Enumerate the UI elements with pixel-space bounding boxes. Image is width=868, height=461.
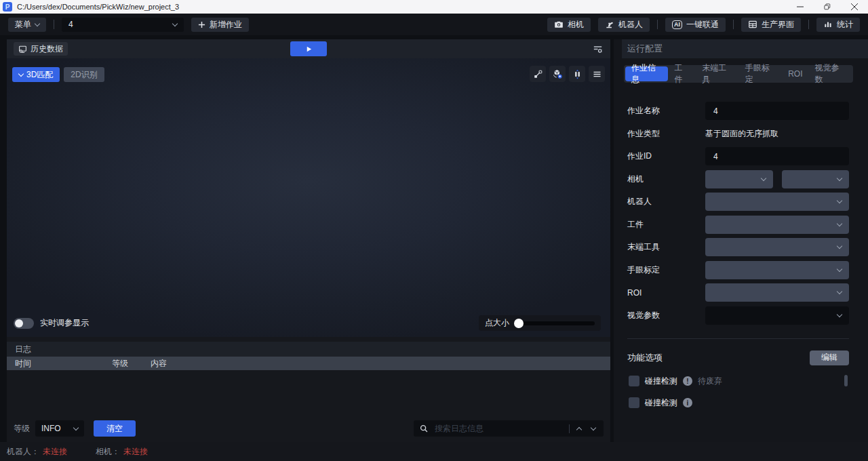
chevron-down-icon	[837, 311, 842, 317]
form-row-job-type: 作业类型 基于圆面的无序抓取	[627, 125, 849, 143]
job-select[interactable]: 4	[62, 18, 184, 32]
fit-view-button[interactable]	[569, 66, 585, 82]
point-cloud-viewport[interactable]: 3D匹配 2D识别	[7, 58, 610, 337]
window-controls	[787, 0, 868, 14]
log-level-label: 等级	[14, 423, 30, 435]
one-key-connect-button[interactable]: AI 一键联通	[665, 18, 726, 32]
run-config-title: 运行配置	[622, 39, 868, 58]
chevron-down-icon	[760, 175, 766, 180]
collision-detect-checkbox-2[interactable]	[629, 397, 639, 408]
robot-select[interactable]	[705, 193, 849, 211]
chevron-up-icon	[576, 426, 582, 432]
search-icon	[419, 424, 429, 433]
add-job-button[interactable]: 新增作业	[191, 18, 249, 32]
job-select-value: 4	[68, 20, 73, 29]
job-id-label: 作业ID	[627, 151, 705, 162]
vision-params-select[interactable]	[705, 306, 849, 325]
deprecated-note: 待废弃	[698, 376, 722, 387]
log-panel: 日志 时间 等级 内容 等级 INFO 清空	[7, 337, 610, 442]
chevron-down-icon	[172, 20, 178, 26]
robot-status-label: 机器人：	[7, 446, 39, 458]
tab-workpiece[interactable]: 工件	[668, 66, 696, 81]
viewport-toolbar	[530, 66, 605, 82]
log-level-select[interactable]: INFO	[35, 420, 84, 437]
status-bar: 机器人： 未连接 相机： 未连接	[0, 442, 868, 461]
workpiece-select[interactable]	[705, 216, 849, 234]
job-name-input[interactable]	[705, 102, 849, 120]
display-settings-button[interactable]	[592, 43, 604, 55]
collision-detect-label-2: 碰撞检测	[645, 397, 677, 409]
minimize-icon	[797, 3, 804, 10]
tab-2d-detect[interactable]: 2D识别	[64, 67, 104, 82]
robot-button-label: 机器人	[618, 19, 643, 31]
camera-status: 相机： 未连接	[96, 446, 148, 458]
end-tool-select[interactable]	[705, 238, 849, 256]
tab-hand-eye[interactable]: 手眼标定	[739, 66, 782, 81]
job-id-input[interactable]	[705, 147, 849, 165]
run-button[interactable]	[290, 41, 327, 56]
app-logo-letter: P	[5, 3, 10, 11]
production-view-label: 生产界面	[762, 19, 794, 31]
roi-select[interactable]	[705, 283, 849, 302]
tab-roi[interactable]: ROI	[782, 66, 808, 81]
log-footer: 等级 INFO 清空	[7, 415, 610, 442]
restore-button[interactable]	[814, 0, 841, 14]
robot-arm-icon	[605, 20, 614, 29]
toolbar-separator	[657, 20, 658, 29]
search-prev-button[interactable]	[574, 426, 584, 432]
search-separator	[569, 424, 570, 433]
log-level-value: INFO	[41, 424, 61, 433]
log-title: 日志	[7, 342, 610, 357]
form-row-job-name: 作业名称	[627, 102, 849, 120]
stats-button[interactable]: 统计	[816, 18, 860, 32]
job-type-value: 基于圆面的无序抓取	[705, 128, 778, 140]
viewer-header: 历史数据	[7, 39, 610, 58]
production-view-button[interactable]: 生产界面	[741, 18, 801, 32]
toolbar-separator	[54, 20, 54, 29]
tab-job-info[interactable]: 作业信息	[625, 66, 668, 81]
realtime-toggle[interactable]	[14, 318, 34, 329]
log-rows-area[interactable]	[7, 370, 610, 415]
feature-row-collision-2: 碰撞检测 i	[627, 397, 849, 409]
end-tool-label: 末端工具	[627, 241, 705, 253]
section-divider	[627, 338, 849, 339]
viewport-menu-button[interactable]	[589, 66, 605, 82]
menu-button[interactable]: 菜单	[8, 18, 46, 32]
measure-tool-button[interactable]	[530, 66, 546, 82]
minimize-button[interactable]	[787, 0, 814, 14]
point-size-slider[interactable]	[515, 321, 595, 325]
hand-eye-label: 手眼标定	[627, 264, 705, 276]
panel-scrollbar-thumb[interactable]	[844, 375, 848, 386]
log-search-input[interactable]	[433, 423, 564, 434]
slider-knob[interactable]	[514, 319, 524, 328]
tab-end-tool[interactable]: 末端工具	[696, 66, 738, 81]
chevron-down-icon	[18, 71, 24, 76]
point-size-control: 点大小	[479, 315, 601, 331]
form-row-hand-eye: 手眼标定	[627, 261, 849, 279]
stats-button-label: 统计	[837, 19, 853, 31]
chevron-down-icon	[591, 424, 596, 430]
camera-button[interactable]: 相机	[547, 18, 591, 32]
history-data-label: 历史数据	[31, 43, 63, 55]
ai-icon: AI	[672, 20, 682, 29]
hand-eye-select[interactable]	[705, 261, 849, 279]
chevron-down-icon	[837, 266, 842, 271]
history-data-button[interactable]: 历史数据	[14, 42, 68, 56]
tab-3d-match[interactable]: 3D匹配	[12, 67, 60, 82]
search-next-button[interactable]	[589, 428, 598, 430]
camera-select-1[interactable]	[705, 170, 773, 188]
close-button[interactable]	[841, 0, 868, 14]
robot-button[interactable]: 机器人	[598, 18, 650, 32]
one-key-connect-label: 一键联通	[686, 19, 719, 31]
edit-button[interactable]: 编辑	[810, 350, 849, 365]
realtime-toggle-label: 实时调参显示	[40, 317, 89, 329]
warning-icon: !	[683, 376, 692, 386]
camera-select-2[interactable]	[782, 170, 850, 188]
form-row-camera: 相机	[627, 170, 849, 188]
clear-log-button[interactable]: 清空	[94, 420, 136, 437]
chevron-down-icon	[35, 20, 40, 26]
tab-vision-params[interactable]: 视觉参数	[809, 66, 852, 81]
add-model-button[interactable]	[549, 66, 566, 82]
form-row-job-id: 作业ID	[627, 147, 849, 165]
collision-detect-checkbox-1[interactable]	[629, 376, 639, 386]
